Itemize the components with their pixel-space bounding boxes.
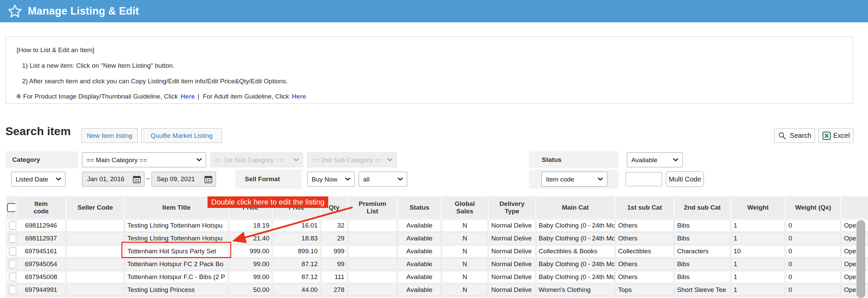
table-row[interactable]: 697944991 Testing Listing Princess 50.00…	[6, 284, 868, 296]
image-guideline-link[interactable]: Here	[180, 93, 195, 100]
highlight-rectangle	[121, 242, 231, 258]
cell-qty: 999	[321, 245, 347, 257]
table-row[interactable]: 697945008 Tottenham Hotspur F.C - Bibs (…	[6, 271, 868, 283]
cell-item-title[interactable]	[125, 297, 228, 298]
cell-item-title[interactable]: Testing LIsting Tottenham Hotspu	[125, 219, 228, 232]
cell-delivery-type: Normal Delive	[489, 284, 535, 296]
vertical-scrollbar-thumb[interactable]	[856, 220, 865, 298]
table-row[interactable]: 697945054 Tottenham Hotspur FC 2 Pack Bo…	[6, 258, 868, 270]
cell-status: Available	[398, 232, 441, 244]
date-to-field[interactable]: Sep 09, 2021	[152, 172, 216, 187]
code-type-select[interactable]: Item code	[541, 172, 607, 187]
row-checkbox[interactable]	[9, 285, 16, 294]
search-item-heading: Search item	[5, 125, 71, 138]
cell-status: Available	[398, 284, 441, 296]
cell-sub1-cat	[615, 297, 674, 298]
cell-sub1-cat: Collectibles	[615, 245, 674, 257]
main-category-select[interactable]: == Main Category ==	[82, 152, 206, 167]
excel-button[interactable]: Excel	[818, 128, 853, 143]
cell-qty: 99	[321, 258, 347, 270]
cell-delivery-type: Normal Delive	[489, 232, 535, 244]
cell-delivery-type: Normal Delive	[489, 245, 535, 257]
help-line-4-mid: | For Adult item Guideline, Click	[198, 93, 289, 100]
cell-premium-list	[348, 258, 397, 270]
page-header-bar: Manage Listing & Edit	[0, 0, 868, 22]
date-from-value: Jan 01, 2016	[87, 175, 124, 183]
date-type-select-wrap: Listed Date	[11, 172, 65, 187]
sell-scope-select[interactable]: all	[359, 172, 407, 187]
cell-premium-list	[348, 271, 397, 283]
cell-weight-qx: 0	[786, 232, 841, 244]
cell-global-sales: N	[442, 232, 488, 244]
cell-weight-qx: 0	[786, 219, 841, 232]
cell-item-code: 697944991	[16, 284, 66, 296]
calendar-icon	[133, 175, 141, 184]
cell-price: 18.19	[229, 219, 272, 232]
cell-price: 999.00	[229, 245, 272, 257]
cell-item-code	[16, 297, 66, 298]
col-weight-qx: Weight (Qx)	[786, 196, 841, 219]
search-icon	[778, 131, 787, 140]
row-checkbox[interactable]	[9, 273, 16, 281]
sell-format-select[interactable]: Buy Now	[307, 172, 355, 187]
row-checkbox-cell	[6, 258, 16, 270]
cell-seller-code	[66, 258, 124, 270]
cell-global-sales: N	[442, 219, 488, 232]
cell-sub2-cat	[674, 297, 730, 298]
table-row-partial[interactable]	[6, 297, 868, 298]
row-checkbox[interactable]	[9, 234, 16, 243]
cell-qty: 278	[321, 284, 347, 296]
cell-seller-code	[66, 297, 124, 298]
row-checkbox[interactable]	[9, 247, 16, 256]
sell-scope-select-wrap: all	[359, 172, 407, 187]
date-from-field[interactable]: Jan 01, 2016	[82, 172, 144, 187]
search-button[interactable]: Search	[774, 128, 815, 143]
table-row[interactable]: 698112946 Testing LIsting Tottenham Hots…	[6, 219, 868, 232]
cell-global-sales: N	[442, 245, 488, 257]
new-item-listing-button[interactable]: New Item listing	[81, 128, 138, 143]
cell-seller-code	[66, 232, 124, 244]
cell-sub1-cat: Others	[615, 258, 674, 270]
cell-status: Available	[398, 245, 441, 257]
select-all-checkbox[interactable]	[7, 203, 16, 212]
calendar-icon	[204, 175, 213, 184]
cell-premium-list	[348, 284, 397, 296]
cell-price: 50.00	[229, 284, 272, 296]
cell-settle-price: 899.10	[273, 245, 320, 257]
cell-sub2-cat: Characters	[674, 245, 730, 257]
col-sub2-cat: 2nd sub Cat	[674, 196, 730, 219]
cell-premium-list	[348, 297, 397, 298]
help-line-4-text: ※ For Product Image Display/Thumbnail Gu…	[16, 93, 178, 100]
date-type-select[interactable]: Listed Date	[11, 172, 65, 187]
cell-item-title[interactable]: Tottenham Hotspur FC 2 Pack Bo	[125, 258, 228, 270]
sell-format-label: Sell Format	[235, 170, 302, 189]
cell-weight: 1	[731, 284, 785, 296]
cell-premium-list	[348, 245, 397, 257]
adult-guideline-link[interactable]: Here	[292, 93, 306, 100]
favorite-star-icon[interactable]	[7, 4, 22, 19]
multi-code-button[interactable]: Multi Code	[666, 171, 704, 187]
cell-main-cat: Collectibles & Books	[536, 245, 615, 257]
cell-premium-list	[348, 232, 397, 244]
help-line-4: ※ For Product Image Display/Thumbnail Gu…	[16, 92, 309, 100]
cell-settle-price: 18.83	[273, 232, 320, 244]
cell-delivery-type: Normal Delive	[489, 219, 535, 232]
cell-seller-code	[66, 284, 124, 296]
cell-global-sales: N	[442, 284, 488, 296]
code-input[interactable]	[626, 172, 662, 186]
cell-main-cat: Baby Clothing (0 - 24th Mor	[536, 258, 615, 270]
excel-button-label: Excel	[833, 132, 850, 140]
col-status: Status	[398, 196, 441, 219]
quube-market-listing-button[interactable]: QuuBe Market Listing	[141, 128, 222, 143]
row-checkbox[interactable]	[9, 260, 16, 269]
row-checkbox-cell	[6, 245, 16, 257]
cell-item-title[interactable]: Testing Listing Princess	[125, 284, 228, 296]
cell-weight: 1	[731, 271, 785, 283]
row-checkbox[interactable]	[9, 221, 16, 230]
cell-weight	[731, 297, 785, 298]
status-select[interactable]: Available	[627, 152, 683, 167]
cell-item-title[interactable]: Tottenham Hotspur F.C - Bibs (2 P	[125, 271, 228, 283]
cell-sub1-cat: Others	[615, 271, 674, 283]
cell-weight-qx	[786, 297, 841, 298]
cell-qty: 29	[321, 232, 347, 244]
